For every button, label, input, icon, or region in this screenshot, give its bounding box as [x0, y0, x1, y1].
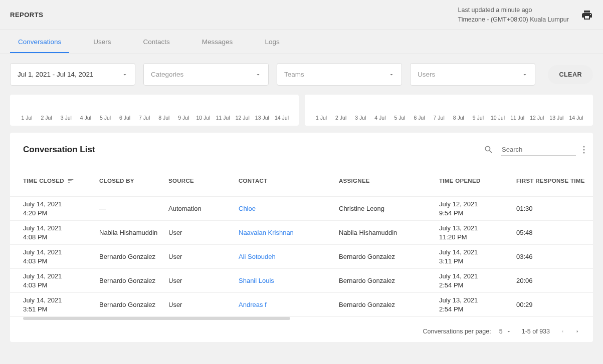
horizontal-scrollbar[interactable]	[23, 317, 580, 320]
header-meta: Last updated a minute ago Timezone - (GM…	[458, 6, 569, 25]
header-meta-wrap: Last updated a minute ago Timezone - (GM…	[458, 6, 593, 25]
cell-source: Automation	[168, 204, 239, 213]
th-source[interactable]: SOURCE	[168, 178, 239, 184]
date-range-value: Jul 1, 2021 - Jul 14, 2021	[18, 71, 94, 78]
cell-assignee: Bernardo Gonzalez	[339, 252, 439, 261]
cell-first-response: 20:06	[516, 276, 596, 285]
cell-assignee: Bernardo Gonzalez	[339, 300, 439, 309]
cell-assignee: Christine Leong	[339, 204, 439, 213]
users-placeholder: Users	[418, 71, 435, 78]
th-assignee[interactable]: ASSIGNEE	[339, 178, 439, 184]
search-input[interactable]	[501, 144, 576, 156]
charts-row: 1 Jul 2 Jul 3 Jul 4 Jul 5 Jul 6 Jul 7 Ju…	[0, 95, 603, 133]
svg-point-2	[583, 152, 585, 154]
page-size: Conversations per page: 5	[423, 328, 512, 335]
cell-assignee: Bernardo Gonzalez	[339, 276, 439, 285]
cell-closed-by: Bernardo Gonzalez	[99, 276, 168, 285]
teams-dropdown[interactable]: Teams	[277, 63, 402, 86]
chevron-down-icon	[388, 72, 394, 78]
cell-first-response: 03:46	[516, 252, 596, 261]
cell-source: User	[168, 252, 239, 261]
chevron-down-icon	[122, 72, 128, 78]
cell-assignee: Nabila Hishamuddin	[339, 228, 439, 237]
th-contact[interactable]: CONTACT	[239, 178, 339, 184]
per-page-label: Conversations per page:	[423, 328, 491, 335]
page-next-icon[interactable]	[575, 329, 580, 334]
tab-users[interactable]: Users	[85, 31, 119, 53]
per-page-dropdown[interactable]	[506, 328, 512, 334]
cell-time-closed: July 14, 20214:20 PM	[23, 200, 99, 217]
svg-point-0	[583, 146, 585, 148]
pagination: Conversations per page: 5 1-5 of 933	[10, 320, 593, 340]
clear-button[interactable]: CLEAR	[548, 65, 593, 84]
th-closed-by[interactable]: CLOSED BY	[99, 178, 168, 184]
page-header: REPORTS Last updated a minute ago Timezo…	[0, 0, 603, 30]
cell-time-opened: July 14, 20212:54 PM	[439, 272, 516, 289]
print-icon[interactable]	[581, 9, 593, 21]
tab-logs[interactable]: Logs	[257, 31, 287, 53]
tabs: Conversations Users Contacts Messages Lo…	[0, 30, 603, 54]
cell-source: User	[168, 228, 239, 237]
tab-messages[interactable]: Messages	[194, 31, 241, 53]
th-time-opened[interactable]: TIME OPENED	[439, 178, 516, 184]
per-page-value[interactable]: 5	[499, 328, 503, 335]
cell-time-closed: July 14, 20214:08 PM	[23, 224, 99, 241]
cell-closed-by: Nabila Hishamuddin	[99, 228, 168, 237]
table-header: TIME CLOSED CLOSED BY SOURCE CONTACT ASS…	[10, 165, 593, 197]
sort-icon	[67, 177, 74, 184]
tab-contacts[interactable]: Contacts	[135, 31, 178, 53]
conversation-list-card: Conversation List TIME CLOSED CLOSED BY …	[10, 133, 593, 342]
cell-contact[interactable]: Chloe	[239, 204, 339, 213]
table-row[interactable]: July 14, 20214:08 PM Nabila Hishamuddin …	[10, 221, 593, 245]
svg-point-1	[583, 149, 585, 151]
cell-first-response: 00:29	[516, 300, 596, 309]
chart-card-left: 1 Jul 2 Jul 3 Jul 4 Jul 5 Jul 6 Jul 7 Ju…	[10, 95, 299, 126]
list-header: Conversation List	[10, 133, 593, 165]
page-range: 1-5 of 933	[522, 328, 550, 335]
cell-first-response: 01:30	[516, 204, 596, 213]
cell-time-opened: July 14, 20213:11 PM	[439, 248, 516, 265]
page-prev-icon[interactable]	[560, 329, 565, 334]
table-row[interactable]: July 14, 20214:20 PM — Automation Chloe …	[10, 197, 593, 221]
cell-time-opened: July 13, 20212:54 PM	[439, 296, 516, 313]
teams-placeholder: Teams	[284, 71, 304, 78]
chart-axis-right: 1 Jul 2 Jul 3 Jul 4 Jul 5 Jul 6 Jul 7 Ju…	[312, 115, 586, 121]
tab-conversations[interactable]: Conversations	[10, 31, 69, 53]
cell-contact[interactable]: Andreas f	[239, 300, 339, 309]
cell-time-opened: July 13, 202111:20 PM	[439, 224, 516, 241]
chevron-down-icon	[506, 328, 512, 334]
search-icon	[484, 145, 494, 155]
chart-card-right: 1 Jul 2 Jul 3 Jul 4 Jul 5 Jul 6 Jul 7 Ju…	[305, 95, 593, 126]
cell-time-closed: July 14, 20214:03 PM	[23, 248, 99, 265]
cell-time-opened: July 12, 20219:54 PM	[439, 200, 516, 217]
users-dropdown[interactable]: Users	[410, 63, 535, 86]
list-title: Conversation List	[23, 145, 95, 155]
cell-contact[interactable]: Naavalan Krishnan	[239, 228, 339, 237]
conversation-table: TIME CLOSED CLOSED BY SOURCE CONTACT ASS…	[10, 165, 593, 317]
filter-bar: Jul 1, 2021 - Jul 14, 2021 Categories Te…	[0, 54, 603, 95]
chart-axis-left: 1 Jul 2 Jul 3 Jul 4 Jul 5 Jul 6 Jul 7 Ju…	[17, 115, 292, 121]
categories-dropdown[interactable]: Categories	[143, 63, 269, 86]
cell-contact[interactable]: Ali Sotoudeh	[239, 252, 339, 261]
page-title: REPORTS	[10, 11, 43, 19]
cell-source: User	[168, 276, 239, 285]
horizontal-scrollbar-thumb[interactable]	[23, 317, 290, 320]
timezone: Timezone - (GMT+08:00) Kuala Lumpur	[458, 15, 569, 25]
table-row[interactable]: July 14, 20213:51 PM Bernardo Gonzalez U…	[10, 293, 593, 317]
more-icon[interactable]	[583, 146, 585, 154]
cell-time-closed: July 14, 20214:03 PM	[23, 272, 99, 289]
date-range-dropdown[interactable]: Jul 1, 2021 - Jul 14, 2021	[10, 63, 135, 86]
table-row[interactable]: July 14, 20214:03 PM Bernardo Gonzalez U…	[10, 269, 593, 293]
cell-contact[interactable]: Shanil Louis	[239, 276, 339, 285]
cell-source: User	[168, 300, 239, 309]
cell-closed-by: —	[99, 204, 168, 213]
last-updated: Last updated a minute ago	[458, 6, 569, 15]
cell-first-response: 05:48	[516, 228, 596, 237]
chevron-down-icon	[522, 72, 528, 78]
th-time-closed[interactable]: TIME CLOSED	[23, 177, 99, 184]
table-row[interactable]: July 14, 20214:03 PM Bernardo Gonzalez U…	[10, 245, 593, 269]
th-first-response-time[interactable]: FIRST RESPONSE TIME	[516, 178, 596, 184]
cell-closed-by: Bernardo Gonzalez	[99, 252, 168, 261]
cell-closed-by: Bernardo Gonzalez	[99, 300, 168, 309]
categories-placeholder: Categories	[151, 71, 183, 78]
